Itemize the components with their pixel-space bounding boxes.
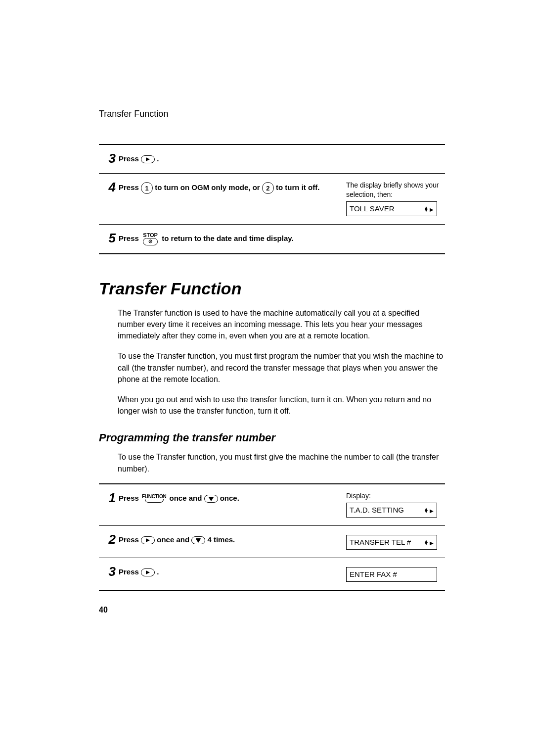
page-number: 40: [99, 606, 445, 614]
section-body: The Transfer function is used to have th…: [99, 307, 445, 417]
step-instruction: Press once and 4 times.: [119, 533, 346, 550]
step-number: 2: [99, 533, 119, 550]
body-paragraph: To use the Transfer function, you must f…: [118, 350, 445, 385]
section-title: Transfer Function: [99, 279, 445, 298]
lcd-text: TRANSFER TEL #: [350, 538, 411, 546]
subsection-title: Programming the transfer number: [99, 431, 445, 444]
keypad-1-icon: 1: [141, 182, 153, 194]
down-key-icon: [204, 495, 218, 503]
step-number: 4: [99, 181, 119, 216]
lcd-arrows-icon: [424, 204, 434, 213]
step-number: 3: [99, 565, 119, 582]
manual-page: Transfer Function 3Press .4Press 1 to tu…: [99, 109, 445, 614]
step-display-column: TRANSFER TEL #: [346, 533, 445, 550]
display-note: The display briefly shows your selection…: [346, 181, 445, 199]
lcd-display: ENTER FAX #: [346, 567, 437, 582]
stop-key-icon: STOP⊘: [143, 233, 158, 245]
step-row: 3Press .: [99, 145, 445, 174]
step-instruction: Press .: [119, 565, 346, 582]
step-display-column: [346, 152, 445, 165]
function-key-icon: FUNCTION: [142, 494, 166, 503]
lcd-display: TRANSFER TEL #: [346, 535, 437, 550]
start-key-icon: [141, 155, 155, 163]
lcd-display: T.A.D. SETTING: [346, 503, 437, 518]
lcd-arrows-icon: [424, 538, 434, 546]
step-row: 4Press 1 to turn on OGM only mode, or 2 …: [99, 174, 445, 225]
step-row: 2Press once and 4 times.TRANSFER TEL #: [99, 526, 445, 558]
lcd-display: TOLL SAVER: [346, 201, 437, 216]
down-key-icon: [191, 536, 205, 544]
start-key-icon: [141, 536, 155, 544]
start-key-icon: [141, 568, 155, 576]
upper-steps-block: 3Press .4Press 1 to turn on OGM only mod…: [99, 144, 445, 254]
lcd-text: ENTER FAX #: [350, 570, 397, 578]
step-row: 3Press .ENTER FAX #: [99, 558, 445, 591]
step-instruction: Press .: [119, 152, 346, 165]
lower-steps-block: 1Press FUNCTION once and once.Display:T.…: [99, 483, 445, 591]
body-paragraph: The Transfer function is used to have th…: [118, 307, 445, 342]
lcd-arrows-icon: [424, 506, 434, 514]
lcd-text: T.A.D. SETTING: [350, 506, 404, 514]
lcd-text: TOLL SAVER: [350, 204, 395, 213]
running-head: Transfer Function: [99, 109, 445, 119]
step-number: 5: [99, 232, 119, 245]
step-number: 1: [99, 491, 119, 518]
step-row: 5Press STOP⊘ to return to the date and t…: [99, 225, 445, 254]
step-instruction: Press 1 to turn on OGM only mode, or 2 t…: [119, 181, 346, 216]
display-note: Display:: [346, 491, 445, 501]
step-instruction: Press FUNCTION once and once.: [119, 491, 346, 518]
subsection-para: To use the Transfer function, you must f…: [118, 451, 445, 474]
step-number: 3: [99, 152, 119, 165]
step-display-column: ENTER FAX #: [346, 565, 445, 582]
step-instruction: Press STOP⊘ to return to the date and ti…: [119, 232, 346, 245]
step-display-column: [346, 232, 445, 245]
body-paragraph: When you go out and wish to use the tran…: [118, 394, 445, 417]
step-row: 1Press FUNCTION once and once.Display:T.…: [99, 484, 445, 526]
step-display-column: Display:T.A.D. SETTING: [346, 491, 445, 518]
keypad-2-icon: 2: [262, 182, 274, 194]
step-display-column: The display briefly shows your selection…: [346, 181, 445, 216]
